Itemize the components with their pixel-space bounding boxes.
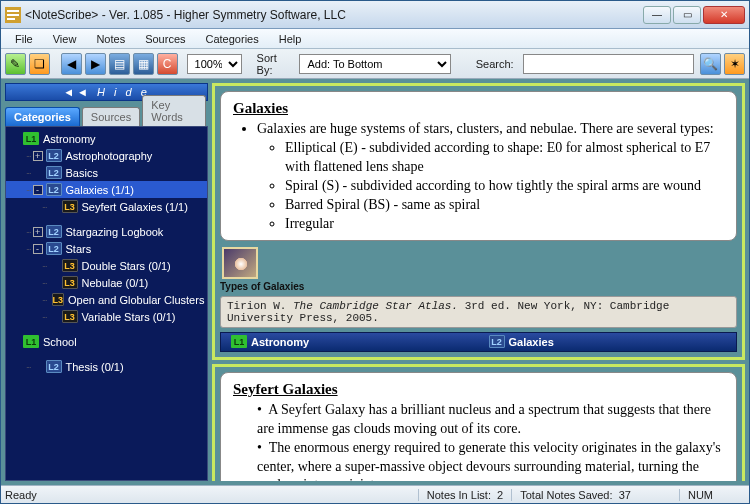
collapse-icon[interactable]: - <box>33 244 43 254</box>
crumb-galaxies[interactable]: L2Galaxies <box>479 335 737 348</box>
collapse-icon[interactable]: - <box>33 185 43 195</box>
menu-view[interactable]: View <box>43 31 87 47</box>
tree-item[interactable]: ···L3Nebulae (0/1) <box>6 274 207 291</box>
tree-item-label: School <box>43 336 77 348</box>
citation-title: The Cambridge Star Atlas. <box>293 300 458 312</box>
note-bullet: Barred Spiral (BS) - same as spiral <box>285 196 724 215</box>
citation-author: Tirion W. <box>227 300 293 312</box>
expand-icon[interactable]: + <box>33 227 43 237</box>
tree-spacer <box>49 261 59 271</box>
tree-item[interactable]: ···L3Seyfert Galaxies (1/1) <box>6 198 207 215</box>
level-badge: L2 <box>46 360 62 373</box>
expand-icon[interactable]: + <box>33 151 43 161</box>
level-badge: L3 <box>62 259 78 272</box>
status-notes-in-list: Notes In List: 2 <box>418 489 511 501</box>
svg-rect-1 <box>7 10 19 12</box>
tree-spacer <box>10 337 20 347</box>
maximize-button[interactable]: ▭ <box>673 6 701 24</box>
attachment-area: Types of Galaxies <box>220 245 737 292</box>
menu-file[interactable]: File <box>5 31 43 47</box>
tab-categories[interactable]: Categories <box>5 107 80 126</box>
search-go-button[interactable]: 🔍 <box>700 53 721 75</box>
toolbar: ✎ ❏ ◀ ▶ ▤ ▦ C 100% Sort By: Add: To Bott… <box>1 49 749 79</box>
tree-item-label: Stargazing Logbook <box>66 226 164 238</box>
prev-button[interactable]: ◀ <box>61 53 82 75</box>
note-card-galaxies[interactable]: Galaxies Galaxies are huge systems of st… <box>220 91 737 241</box>
level-badge: L2 <box>46 149 62 162</box>
sort-label: Sort By: <box>257 52 294 76</box>
app-icon <box>5 7 21 23</box>
citation: Tirion W. The Cambridge Star Atlas. 3rd … <box>220 296 737 328</box>
note-bullet: Spiral (S) - subdivided according to how… <box>285 177 724 196</box>
breadcrumb-bar: L1Astronomy L2Galaxies <box>220 332 737 352</box>
tool-button-right[interactable]: ✶ <box>724 53 745 75</box>
tree-item[interactable]: ···+L2Astrophotography <box>6 147 207 164</box>
tree-item-label: Stars <box>66 243 92 255</box>
next-button[interactable]: ▶ <box>85 53 106 75</box>
new-note-button[interactable]: ✎ <box>5 53 26 75</box>
note-card-seyfert[interactable]: Seyfert Galaxies • A Seyfert Galaxy has … <box>220 372 737 481</box>
tab-sources[interactable]: Sources <box>82 107 140 126</box>
level-badge: L2 <box>46 183 62 196</box>
tree-item[interactable]: ···L2Thesis (0/1) <box>6 358 207 375</box>
notes-panel: Galaxies Galaxies are huge systems of st… <box>212 83 745 481</box>
note-bullet: Elliptical (E) - subdivided according to… <box>285 139 724 177</box>
tree-item-label: Double Stars (0/1) <box>82 260 171 272</box>
level-badge: L2 <box>46 166 62 179</box>
search-input[interactable] <box>523 54 695 74</box>
note-group-1: Galaxies Galaxies are huge systems of st… <box>212 83 745 360</box>
view-button-2[interactable]: ▦ <box>133 53 154 75</box>
menu-categories[interactable]: Categories <box>196 31 269 47</box>
tree-item[interactable]: ···-L2Stars <box>6 240 207 257</box>
tree-item[interactable]: ···L3Double Stars (0/1) <box>6 257 207 274</box>
tree-spacer <box>33 168 43 178</box>
menu-notes[interactable]: Notes <box>86 31 135 47</box>
menu-sources[interactable]: Sources <box>135 31 195 47</box>
tree-item-label: Astronomy <box>43 133 96 145</box>
delete-button[interactable]: C <box>157 53 178 75</box>
tree-item[interactable]: ···L3Variable Stars (0/1) <box>6 308 207 325</box>
tree-spacer <box>49 202 59 212</box>
tree-item[interactable]: ···-L2Galaxies (1/1) <box>6 181 207 198</box>
menu-help[interactable]: Help <box>269 31 312 47</box>
level-badge: L3 <box>62 200 78 213</box>
menubar: File View Notes Sources Categories Help <box>1 29 749 49</box>
minimize-button[interactable]: — <box>643 6 671 24</box>
tree-item[interactable]: ···L2Basics <box>6 164 207 181</box>
view-button-1[interactable]: ▤ <box>109 53 130 75</box>
tool-button-2[interactable]: ❏ <box>29 53 50 75</box>
search-label: Search: <box>476 58 514 70</box>
svg-rect-2 <box>7 14 19 16</box>
left-panel: ◄◄ H i d e Categories Sources Key Words … <box>5 83 208 481</box>
tree-item-label: Variable Stars (0/1) <box>82 311 176 323</box>
statusbar: Ready Notes In List: 2 Total Notes Saved… <box>1 485 749 503</box>
sortby-select[interactable]: Add: To Bottom <box>299 54 450 74</box>
window-titlebar: <NoteScribe> - Ver. 1.085 - Higher Symme… <box>1 1 749 29</box>
note-bullet: • The enormous energy required to genera… <box>257 439 724 481</box>
tree-spacer <box>49 278 59 288</box>
tree-item-label: Nebulae (0/1) <box>82 277 149 289</box>
attachment-thumbnail[interactable] <box>222 247 258 279</box>
level-badge: L3 <box>52 293 65 306</box>
svg-rect-3 <box>7 18 15 20</box>
close-button[interactable]: ✕ <box>703 6 745 24</box>
note-bullet: • A Seyfert Galaxy has a brilliant nucle… <box>257 401 724 439</box>
note-text: Galaxies are huge systems of stars, clus… <box>257 121 714 136</box>
window-title: <NoteScribe> - Ver. 1.085 - Higher Symme… <box>25 8 641 22</box>
status-total-saved: Total Notes Saved: 37 <box>511 489 639 501</box>
category-tree[interactable]: L1Astronomy···+L2Astrophotography···L2Ba… <box>5 126 208 481</box>
level-badge: L2 <box>46 225 62 238</box>
tree-item[interactable]: L1Astronomy <box>6 130 207 147</box>
note-title: Galaxies <box>233 98 724 118</box>
note-group-2: Seyfert Galaxies • A Seyfert Galaxy has … <box>212 364 745 481</box>
left-tabs: Categories Sources Key Words <box>5 104 208 126</box>
tree-item[interactable]: ···+L2Stargazing Logbook <box>6 223 207 240</box>
tree-spacer <box>33 362 43 372</box>
zoom-select[interactable]: 100% <box>187 54 242 74</box>
workarea: ◄◄ H i d e Categories Sources Key Words … <box>1 79 749 485</box>
tree-item[interactable]: ···L3Open and Globular Clusters (0/1) <box>6 291 207 308</box>
tree-item[interactable]: L1School <box>6 333 207 350</box>
tree-item-label: Thesis (0/1) <box>66 361 124 373</box>
crumb-astronomy[interactable]: L1Astronomy <box>221 335 479 348</box>
tab-keywords[interactable]: Key Words <box>142 95 206 126</box>
